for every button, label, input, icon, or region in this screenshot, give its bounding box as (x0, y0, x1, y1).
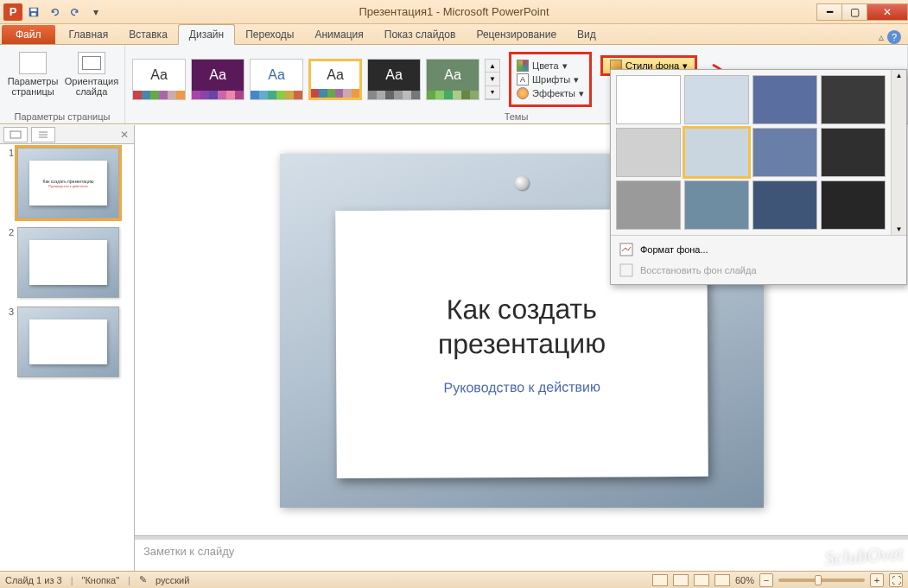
slide-subtitle[interactable]: Руководство к действию (443, 379, 600, 395)
page-setup-icon (19, 52, 47, 74)
thumb-panel-tabs: ✕ (0, 125, 134, 144)
theme-thumb[interactable]: Aa (426, 59, 479, 100)
theme-nav-down-icon[interactable]: ▼ (486, 73, 499, 85)
bg-swatch[interactable] (821, 180, 886, 230)
theme-sample-text: Aa (427, 60, 479, 91)
effects-dropdown[interactable]: Эффекты ▾ (517, 87, 584, 99)
thumb-panel-close-icon[interactable]: ✕ (115, 129, 134, 141)
theme-nav-more-icon[interactable]: ▾ (486, 86, 499, 99)
save-icon[interactable] (24, 3, 43, 22)
status-theme-name: "Кнопка" (82, 575, 120, 585)
statusbar: Слайд 1 из 3 | "Кнопка" | ✎ русский 60% … (0, 571, 908, 588)
notes-pane[interactable]: Заметки к слайду (135, 536, 908, 571)
redo-icon[interactable] (66, 3, 85, 22)
theme-options-highlight: Цвета ▾ AШрифты ▾ Эффекты ▾ (509, 52, 592, 107)
reset-bg-label: Восстановить фон слайда (640, 265, 757, 275)
help-icon[interactable]: ? (887, 30, 901, 44)
svg-rect-5 (10, 131, 21, 138)
thumbnail-item[interactable]: 3 (3, 307, 130, 377)
bg-popup-scrollbar[interactable]: ▲▼ (891, 70, 906, 235)
qat-more-icon[interactable]: ▾ (86, 3, 105, 22)
theme-thumb[interactable]: Aa (191, 59, 244, 100)
reset-bg-icon (619, 263, 633, 277)
view-reading-button[interactable] (694, 574, 709, 586)
thumb-slide[interactable] (17, 227, 119, 298)
status-right: 60% − + ⛶ (652, 573, 903, 587)
colors-dropdown[interactable]: Цвета ▾ (517, 60, 584, 72)
theme-sample-text: Aa (133, 60, 185, 91)
view-slideshow-button[interactable] (714, 574, 730, 586)
bg-swatch[interactable] (616, 75, 681, 124)
tab-insert[interactable]: Вставка (118, 25, 178, 44)
ribbon-tabs: Файл Главная Вставка Дизайн Переходы Ани… (0, 24, 908, 45)
maximize-button[interactable]: ▢ (841, 3, 867, 21)
undo-icon[interactable] (45, 3, 64, 22)
zoom-value[interactable]: 60% (735, 575, 754, 585)
format-bg-label: Формат фона... (640, 244, 708, 255)
bg-swatch[interactable] (752, 128, 817, 177)
bg-swatch[interactable] (616, 180, 681, 230)
zoom-slider-thumb[interactable] (815, 575, 822, 585)
bg-swatch-selected[interactable] (684, 128, 749, 177)
bg-swatch[interactable] (684, 180, 749, 230)
theme-thumb[interactable]: Aa (367, 59, 421, 100)
close-button[interactable]: ✕ (867, 3, 908, 21)
thumbnail-item[interactable]: 2 (3, 227, 130, 298)
slide-title[interactable]: Как создать презентацию (437, 291, 606, 361)
app-icon[interactable]: P (3, 3, 22, 21)
fonts-dropdown[interactable]: AШрифты ▾ (517, 73, 584, 85)
view-normal-button[interactable] (652, 574, 668, 586)
thumb-tab-slides[interactable] (3, 127, 28, 142)
theme-thumb-selected[interactable]: Aa (308, 59, 362, 100)
bg-swatch[interactable] (821, 128, 886, 177)
zoom-out-button[interactable]: − (759, 573, 773, 587)
theme-gallery-nav[interactable]: ▲▼▾ (485, 59, 500, 100)
tab-slideshow[interactable]: Показ слайдов (374, 25, 467, 44)
thumb-slide[interactable]: Как создать презентациюРуководство к дей… (17, 148, 119, 218)
tab-transitions[interactable]: Переходы (235, 25, 304, 44)
minimize-button[interactable]: ━ (816, 3, 842, 21)
orientation-button[interactable]: Ориентация слайда (64, 48, 119, 97)
effects-label: Эффекты (532, 88, 575, 98)
thumbnail-item[interactable]: 1 Как создать презентациюРуководство к д… (3, 148, 130, 218)
theme-sample-text: Aa (311, 61, 359, 89)
tab-review[interactable]: Рецензирование (466, 25, 567, 44)
theme-thumb[interactable]: Aa (250, 59, 303, 100)
zoom-fit-button[interactable]: ⛶ (889, 573, 903, 587)
bg-swatch[interactable] (616, 128, 681, 177)
bg-swatch[interactable] (684, 75, 749, 124)
tab-design[interactable]: Дизайн (178, 24, 235, 45)
colors-icon (517, 60, 529, 72)
zoom-slider[interactable] (778, 579, 865, 582)
theme-nav-up-icon[interactable]: ▲ (486, 60, 499, 73)
format-bg-icon (619, 243, 633, 256)
file-tab[interactable]: Файл (2, 25, 55, 44)
theme-thumb[interactable]: Aa (132, 59, 186, 100)
bg-popup-menu: Формат фона... Восстановить фон слайда (611, 235, 906, 284)
scroll-up-icon[interactable]: ▲ (896, 72, 903, 79)
tab-view[interactable]: Вид (567, 25, 606, 44)
thumb-tab-outline[interactable] (31, 127, 55, 142)
tab-animation[interactable]: Анимация (304, 25, 373, 44)
spellcheck-icon[interactable]: ✎ (139, 574, 147, 585)
tab-home[interactable]: Главная (59, 25, 119, 44)
thumb-number: 1 (3, 148, 14, 218)
bg-swatch[interactable] (752, 180, 817, 230)
status-language[interactable]: русский (156, 575, 189, 585)
thumb-number: 2 (3, 227, 14, 298)
window-controls: ━ ▢ ✕ (817, 3, 908, 21)
scroll-down-icon[interactable]: ▼ (896, 225, 903, 233)
title-line1: Как создать (446, 293, 596, 325)
ribbon-minimize-icon[interactable]: ▵ (879, 31, 884, 43)
view-sorter-button[interactable] (673, 574, 689, 586)
effects-icon (517, 87, 529, 99)
format-background-item[interactable]: Формат фона... (611, 239, 906, 260)
thumb-slide[interactable] (17, 307, 119, 377)
page-setup-button[interactable]: Параметры страницы (5, 48, 60, 97)
title-line2: презентацию (437, 327, 605, 359)
thumbnail-list: 1 Как создать презентациюРуководство к д… (0, 144, 134, 571)
quick-access-toolbar: P ▾ (0, 3, 105, 22)
bg-swatch[interactable] (821, 75, 886, 124)
bg-swatch[interactable] (752, 75, 817, 124)
zoom-in-button[interactable]: + (870, 573, 884, 587)
